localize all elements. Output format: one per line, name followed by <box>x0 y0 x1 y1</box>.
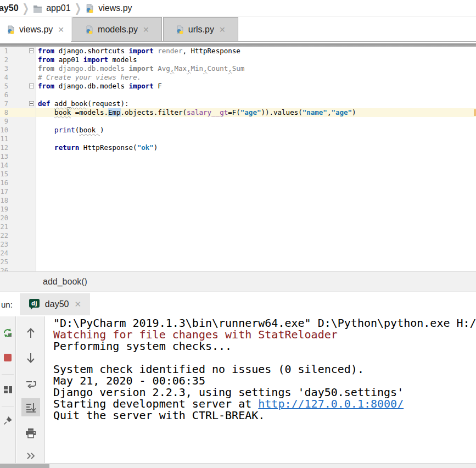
line-number: 4 <box>0 73 8 82</box>
code-text <box>36 196 38 205</box>
down-arrow-icon[interactable] <box>25 352 37 364</box>
line-number: 10 <box>0 126 8 135</box>
code-text <box>36 249 38 258</box>
code-line[interactable]: 8 book =models.Emp.objects.filter(salary… <box>0 108 476 117</box>
gutter: 13 <box>0 152 36 161</box>
code-editor[interactable]: 1from django.shortcuts import render, Ht… <box>0 47 476 271</box>
print-icon[interactable] <box>25 427 37 439</box>
close-icon[interactable]: ✕ <box>58 25 64 34</box>
pin-icon[interactable] <box>2 414 14 426</box>
code-text <box>36 266 38 271</box>
rerun-icon[interactable] <box>2 327 14 339</box>
console-line: "D:\PyCharm 2019.1.3\bin\runnerw64.exe" … <box>53 317 476 329</box>
scrollbar-thumb[interactable] <box>0 464 49 468</box>
line-number: 24 <box>0 249 8 258</box>
run-config-tab-day50[interactable]: dj day50 ✕ <box>20 293 90 315</box>
code-line[interactable]: 18 <box>0 196 476 205</box>
code-line[interactable]: 17 <box>0 187 476 196</box>
gutter: 26 <box>0 266 36 271</box>
code-line[interactable]: 10 print(book ) <box>0 126 476 135</box>
python-file-icon <box>7 25 15 34</box>
django-icon-text: dj <box>31 300 37 307</box>
soft-wrap-icon[interactable] <box>25 378 37 391</box>
fold-marker-icon[interactable] <box>29 83 34 88</box>
breadcrumb-file[interactable]: views.py <box>98 3 132 13</box>
console-link[interactable]: http://127.0.0.1:8000/ <box>258 397 404 410</box>
code-line[interactable]: 11 <box>0 135 476 143</box>
code-line[interactable]: 1from django.shortcuts import render, Ht… <box>0 47 476 55</box>
code-text <box>36 152 38 161</box>
stop-icon[interactable] <box>2 352 14 364</box>
run-panel-label: un: <box>1 300 13 309</box>
scroll-to-end-icon[interactable] <box>21 398 40 416</box>
more-chevrons-icon[interactable] <box>25 450 37 462</box>
gutter: 9 <box>0 117 36 126</box>
code-line[interactable]: 13 <box>0 152 476 161</box>
gutter: 15 <box>0 170 36 179</box>
gutter: 6 <box>0 91 36 99</box>
close-icon[interactable]: ✕ <box>219 25 226 34</box>
python-file-icon <box>176 25 184 34</box>
code-line[interactable]: 26 <box>0 266 476 271</box>
code-line[interactable]: 23 <box>0 240 476 249</box>
line-number: 18 <box>0 196 8 205</box>
console-output[interactable]: "D:\PyCharm 2019.1.3\bin\runnerw64.exe" … <box>46 317 476 463</box>
code-line[interactable]: 6 <box>0 91 476 99</box>
gutter: 16 <box>0 179 36 187</box>
gutter: 3 <box>0 64 36 73</box>
close-icon[interactable]: ✕ <box>74 299 81 309</box>
code-line[interactable]: 22 <box>0 231 476 240</box>
console-line: Performing system checks... <box>53 341 476 352</box>
line-number: 23 <box>0 240 8 249</box>
toolbar-divider <box>2 406 14 406</box>
gutter: 22 <box>0 231 36 240</box>
code-line[interactable]: 14 <box>0 161 476 170</box>
code-line[interactable]: 20 <box>0 214 476 222</box>
code-text <box>36 170 38 179</box>
code-text <box>36 258 38 266</box>
code-line[interactable]: 7def add_book(request): <box>0 99 476 108</box>
tab-label: urls.py <box>188 25 214 35</box>
line-number: 5 <box>0 82 8 91</box>
code-line[interactable]: 15 <box>0 170 476 179</box>
run-toolbar-right <box>16 316 45 463</box>
code-text <box>36 240 38 249</box>
console-line <box>53 352 476 364</box>
up-arrow-icon[interactable] <box>25 327 37 339</box>
code-line[interactable]: 19 <box>0 205 476 214</box>
code-line[interactable]: 4# Create your views here. <box>0 73 476 82</box>
run-panel-header: un: dj day50 ✕ <box>0 292 476 316</box>
code-line[interactable]: 2from app01 import models <box>0 55 476 64</box>
error-stripe-mark[interactable] <box>474 109 476 116</box>
code-line[interactable]: 9 <box>0 117 476 126</box>
code-text: from django.db.models import Avg,Max,Min… <box>36 64 244 73</box>
tab-label: models.py <box>98 25 138 35</box>
breadcrumb-package[interactable]: app01 <box>46 3 71 13</box>
code-line[interactable]: 24 <box>0 249 476 258</box>
breadcrumb-project[interactable]: ay50 <box>0 3 19 13</box>
run-tab-label: day50 <box>45 299 69 309</box>
tab-models-py[interactable]: models.py ✕ <box>72 17 162 41</box>
console-line: Starting development server at http://12… <box>53 398 476 410</box>
code-line[interactable]: 12 return HttpResponse("ok") <box>0 143 476 152</box>
close-icon[interactable]: ✕ <box>143 25 149 34</box>
horizontal-scrollbar[interactable] <box>0 463 476 468</box>
code-text <box>36 135 38 143</box>
tab-urls-py[interactable]: urls.py ✕ <box>163 17 238 41</box>
restore-layout-icon[interactable] <box>2 383 14 395</box>
line-number: 11 <box>0 135 8 143</box>
context-function-label[interactable]: add_book() <box>43 277 87 287</box>
code-line[interactable]: 21 <box>0 222 476 231</box>
tab-views-py[interactable]: views.py ✕ <box>0 17 71 42</box>
code-line[interactable]: 3from django.db.models import Avg,Max,Mi… <box>0 64 476 73</box>
line-number: 20 <box>0 214 8 222</box>
line-number: 22 <box>0 231 8 240</box>
code-line[interactable]: 25 <box>0 258 476 266</box>
gutter: 20 <box>0 214 36 222</box>
gutter: 21 <box>0 222 36 231</box>
code-line[interactable]: 5from django.db.models import F <box>0 82 476 91</box>
fold-marker-icon[interactable] <box>29 101 34 106</box>
python-file-icon <box>85 4 94 13</box>
fold-marker-icon[interactable] <box>29 48 34 53</box>
code-line[interactable]: 16 <box>0 179 476 187</box>
